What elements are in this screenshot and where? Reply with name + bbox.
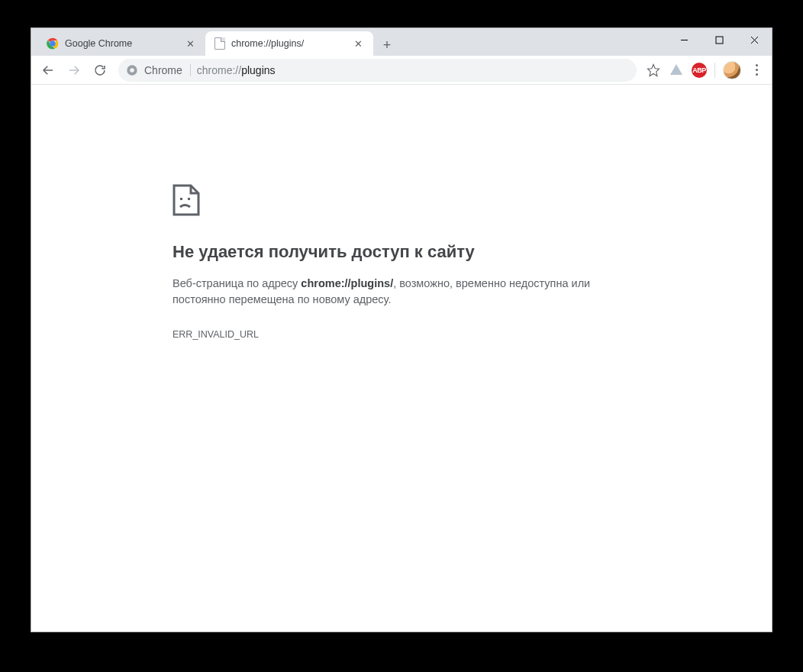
browser-window: Google Chrome ✕ chrome://plugins/ ✕ +: [31, 27, 772, 632]
forward-button[interactable]: [62, 58, 86, 82]
page-content: Не удается получить доступ к сайту Веб-с…: [31, 85, 772, 632]
svg-marker-11: [648, 64, 659, 76]
chrome-menu-button[interactable]: [746, 60, 767, 81]
new-tab-button[interactable]: +: [376, 34, 398, 56]
tab-plugins[interactable]: chrome://plugins/ ✕: [205, 31, 373, 56]
toolbar: Chrome chrome://plugins ABP: [31, 56, 772, 85]
omnibox-chip: Chrome: [144, 64, 191, 76]
svg-rect-4: [716, 37, 723, 44]
tab-title: Google Chrome: [65, 38, 178, 49]
yandex-extension-icon[interactable]: [666, 60, 687, 81]
document-favicon-icon: [214, 37, 225, 50]
svg-rect-13: [188, 198, 190, 200]
toolbar-divider: [714, 63, 715, 78]
chrome-favicon-icon: [47, 37, 59, 50]
profile-avatar[interactable]: [723, 61, 741, 79]
chrome-scheme-icon: [126, 64, 138, 76]
reload-button[interactable]: [88, 58, 112, 82]
svg-rect-12: [180, 198, 182, 200]
error-title: Не удается получить доступ к сайту: [173, 242, 630, 262]
svg-point-10: [130, 68, 134, 73]
bookmark-star-button[interactable]: [643, 60, 664, 81]
maximize-button[interactable]: [701, 28, 737, 51]
tab-title: chrome://plugins/: [231, 38, 346, 49]
window-close-button[interactable]: [737, 28, 772, 51]
omnibox-url: chrome://plugins: [197, 64, 276, 76]
window-controls: [666, 28, 772, 51]
address-bar[interactable]: Chrome chrome://plugins: [118, 59, 637, 82]
error-body: Веб-страница по адресу chrome://plugins/…: [173, 276, 630, 308]
tab-close-button[interactable]: ✕: [352, 37, 364, 50]
tab-google-chrome[interactable]: Google Chrome ✕: [37, 31, 205, 56]
tab-bar: Google Chrome ✕ chrome://plugins/ ✕ +: [31, 28, 772, 56]
error-code: ERR_INVALID_URL: [173, 329, 630, 340]
adblock-extension-icon[interactable]: ABP: [689, 60, 710, 81]
sad-page-icon: [173, 184, 200, 216]
error-panel: Не удается получить доступ к сайту Веб-с…: [173, 184, 630, 632]
minimize-button[interactable]: [666, 28, 701, 51]
back-button[interactable]: [36, 58, 60, 82]
tab-close-button[interactable]: ✕: [184, 37, 196, 50]
